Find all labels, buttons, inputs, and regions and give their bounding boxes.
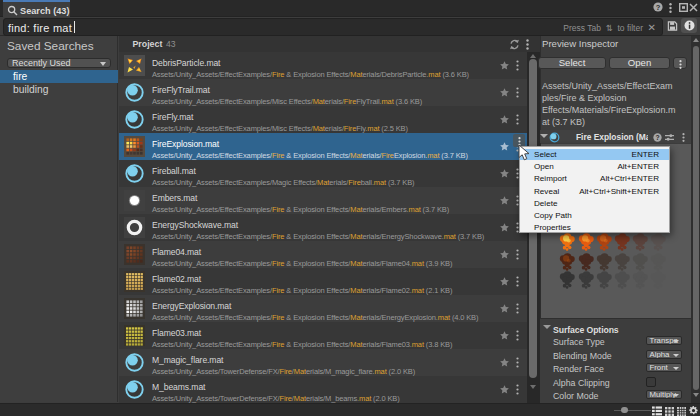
svg-text:?: ? <box>655 133 659 140</box>
svg-text:?: ? <box>656 3 661 12</box>
